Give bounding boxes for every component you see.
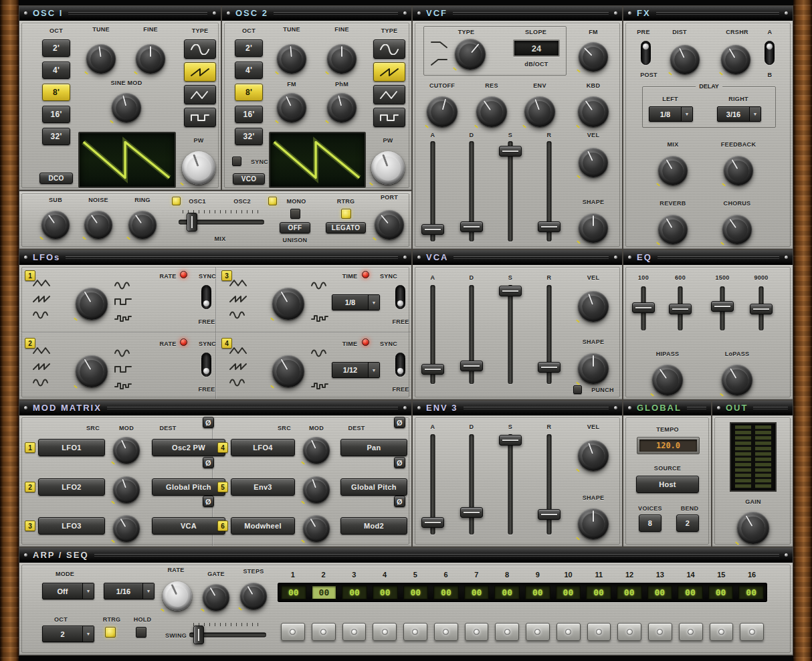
kbd-track-knob[interactable]: [578, 96, 609, 127]
arp-retrigger-button[interactable]: [105, 627, 116, 638]
osc1-wave-triangle-button[interactable]: [184, 85, 216, 104]
env3-release-slider[interactable]: [537, 434, 561, 535]
dist-prepost-toggle[interactable]: [641, 41, 651, 65]
osc2-wave-saw-button[interactable]: [373, 62, 405, 82]
arp-rate-knob[interactable]: [163, 581, 192, 611]
osc2-phm-knob[interactable]: [327, 93, 357, 122]
step-button[interactable]: [740, 623, 764, 641]
osc1-wave-sine-button[interactable]: [184, 39, 216, 59]
lfo4-time-select[interactable]: 1/12▼: [332, 362, 380, 378]
hipass-knob[interactable]: [652, 365, 683, 395]
portamento-knob[interactable]: [375, 210, 404, 240]
dco-button[interactable]: DCO: [39, 173, 73, 184]
eq-band-1500-slider[interactable]: [710, 286, 734, 330]
voices-value-button[interactable]: 8: [639, 514, 662, 532]
step-button[interactable]: [312, 623, 336, 641]
lfo3-rate-knob[interactable]: [272, 288, 304, 320]
osc2-oct-8-button[interactable]: 8': [235, 84, 263, 101]
cutoff-knob[interactable]: [427, 96, 458, 127]
step-button[interactable]: [617, 623, 641, 641]
step-value-display[interactable]: 00: [678, 585, 703, 599]
osc2-oct-16-button[interactable]: 16': [235, 106, 263, 123]
filter-type-knob[interactable]: [455, 39, 486, 70]
vcf-velocity-knob[interactable]: [579, 148, 608, 177]
retrigger-button[interactable]: [341, 209, 351, 219]
osc1-enable-button[interactable]: [172, 197, 181, 205]
crusher-ab-toggle[interactable]: [765, 41, 775, 65]
delay-mix-knob[interactable]: [658, 156, 688, 185]
osc2-oct-32-button[interactable]: 32': [235, 128, 263, 145]
osc2-wave-square-button[interactable]: [373, 108, 405, 127]
step-button[interactable]: [403, 623, 427, 641]
crusher-amount-knob[interactable]: [721, 45, 750, 74]
invert-button[interactable]: Ø: [203, 457, 214, 468]
mod-dest-button[interactable]: VCA: [152, 517, 225, 535]
sub-knob[interactable]: [41, 211, 70, 239]
step-value-display[interactable]: 00: [556, 585, 581, 599]
mod-src-button[interactable]: Env3: [231, 478, 295, 496]
steps-knob[interactable]: [240, 583, 267, 609]
delay-left-select[interactable]: 1/8▼: [649, 106, 693, 122]
osc1-pw-knob[interactable]: [182, 151, 215, 185]
osc1-oct-32-button[interactable]: 32': [42, 128, 70, 145]
osc1-oct-2-button[interactable]: 2': [42, 39, 70, 57]
lfo2-rate-knob[interactable]: [76, 355, 108, 387]
chorus-knob[interactable]: [722, 215, 752, 244]
lfo4-rate-knob[interactable]: [272, 355, 304, 387]
eq-band-600-slider[interactable]: [668, 286, 692, 330]
osc1-oct-4-button[interactable]: 4': [42, 62, 70, 79]
lfo1-rate-knob[interactable]: [76, 288, 108, 320]
mod-amount-knob[interactable]: [303, 476, 330, 503]
hold-button[interactable]: [136, 627, 146, 638]
osc2-oct-4-button[interactable]: 4': [235, 62, 263, 79]
osc1-oct-8-button[interactable]: 8': [42, 84, 70, 101]
vcf-shape-knob[interactable]: [579, 213, 608, 243]
osc2-wave-sine-button[interactable]: [373, 39, 405, 59]
invert-button[interactable]: Ø: [203, 417, 214, 428]
step-value-display[interactable]: 00: [647, 585, 673, 599]
ring-knob[interactable]: [128, 211, 157, 239]
vcf-decay-slider[interactable]: [460, 141, 484, 242]
arp-mode-select[interactable]: Off▼: [42, 583, 94, 599]
env3-sustain-slider[interactable]: [498, 434, 522, 535]
step-value-display[interactable]: 00: [708, 585, 734, 599]
step-value-display[interactable]: 00: [586, 585, 611, 599]
vca-shape-knob[interactable]: [578, 353, 609, 384]
step-value-display[interactable]: 00: [403, 585, 429, 599]
env3-shape-knob[interactable]: [578, 508, 609, 539]
filter-fm-knob[interactable]: [579, 42, 608, 72]
dist-amount-knob[interactable]: [670, 45, 700, 74]
vcf-attack-slider[interactable]: [421, 141, 445, 242]
step-value-display[interactable]: 00: [494, 585, 520, 599]
feedback-knob[interactable]: [724, 156, 753, 185]
tempo-display[interactable]: 120.0: [637, 437, 700, 454]
vcf-release-slider[interactable]: [537, 141, 561, 242]
vco-button[interactable]: VCO: [233, 173, 265, 185]
slope-display[interactable]: 24: [513, 39, 560, 57]
eq-band-100-slider[interactable]: [631, 286, 655, 330]
sine-mod-knob[interactable]: [112, 93, 141, 122]
arp-rate-select[interactable]: 1/16▼: [104, 583, 155, 599]
step-button[interactable]: [556, 623, 581, 641]
step-value-display[interactable]: 00: [433, 585, 459, 599]
invert-button[interactable]: Ø: [394, 457, 405, 468]
osc2-fine-knob[interactable]: [327, 44, 357, 74]
step-value-display[interactable]: 00: [281, 585, 306, 599]
reverb-knob[interactable]: [658, 215, 688, 244]
mod-dest-button[interactable]: Global Pitch: [340, 478, 407, 496]
bend-value-button[interactable]: 2: [676, 514, 699, 532]
arp-oct-select[interactable]: 2▼: [42, 626, 94, 642]
lfo3-free-toggle[interactable]: [395, 285, 405, 309]
osc1-wave-saw-button[interactable]: [184, 62, 216, 82]
osc2-fm-knob[interactable]: [277, 93, 306, 122]
resonance-knob[interactable]: [476, 96, 507, 127]
step-button[interactable]: [526, 623, 550, 641]
lfo1-free-toggle[interactable]: [201, 285, 211, 309]
vca-sustain-slider[interactable]: [498, 285, 522, 384]
mod-src-button[interactable]: Modwheel: [231, 517, 295, 535]
delay-right-select[interactable]: 3/16▼: [717, 106, 761, 122]
eq-band-9000-slider[interactable]: [749, 286, 773, 330]
vca-release-slider[interactable]: [537, 285, 561, 384]
osc1-oct-16-button[interactable]: 16': [42, 106, 70, 123]
env3-attack-slider[interactable]: [421, 434, 445, 535]
